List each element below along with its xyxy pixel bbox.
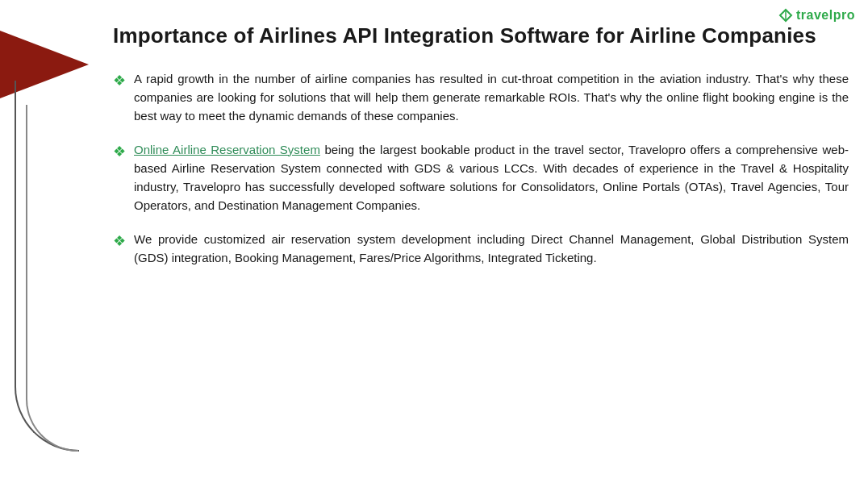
list-item: ❖ Online Airline Reservation System bein… (113, 140, 849, 215)
bullet-diamond-icon: ❖ (113, 70, 126, 93)
bullet-text-1: A rapid growth in the number of airline … (134, 69, 849, 126)
bullet-text-2: Online Airline Reservation System being … (134, 140, 849, 215)
bullet-list: ❖ A rapid growth in the number of airlin… (113, 69, 849, 267)
bullet-diamond-icon: ❖ (113, 141, 126, 164)
list-item: ❖ We provide customized air reservation … (113, 230, 849, 268)
logo-icon (778, 8, 793, 23)
bullet-text-3: We provide customized air reservation sy… (134, 230, 849, 268)
page-title: Importance of Airlines API Integration S… (113, 23, 849, 50)
left-accent-decoration (0, 0, 113, 487)
online-airline-reservation-link[interactable]: Online Airline Reservation System (134, 143, 320, 156)
main-content: Importance of Airlines API Integration S… (113, 23, 849, 471)
logo: travelpro (778, 8, 855, 23)
bullet-diamond-icon: ❖ (113, 231, 126, 253)
curved-line-inner (26, 105, 78, 452)
logo-text-part2: pro (833, 8, 855, 22)
list-item: ❖ A rapid growth in the number of airlin… (113, 69, 849, 126)
logo-text: travelpro (796, 8, 855, 23)
logo-text-part1: travel (796, 8, 833, 22)
